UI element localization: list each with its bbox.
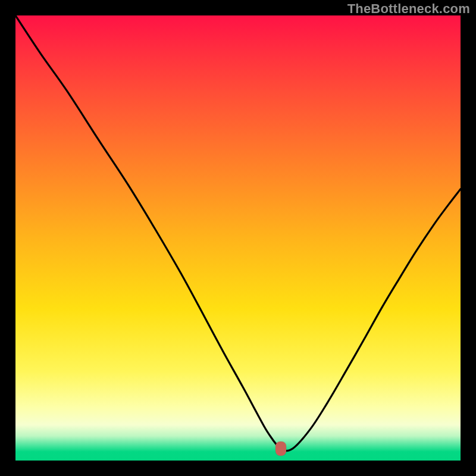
vertex-marker bbox=[275, 441, 286, 456]
plot-area bbox=[15, 15, 461, 461]
watermark-label: TheBottleneck.com bbox=[347, 1, 470, 17]
chart-container: TheBottleneck.com bbox=[0, 0, 476, 476]
plot-background-gradient bbox=[15, 15, 461, 461]
